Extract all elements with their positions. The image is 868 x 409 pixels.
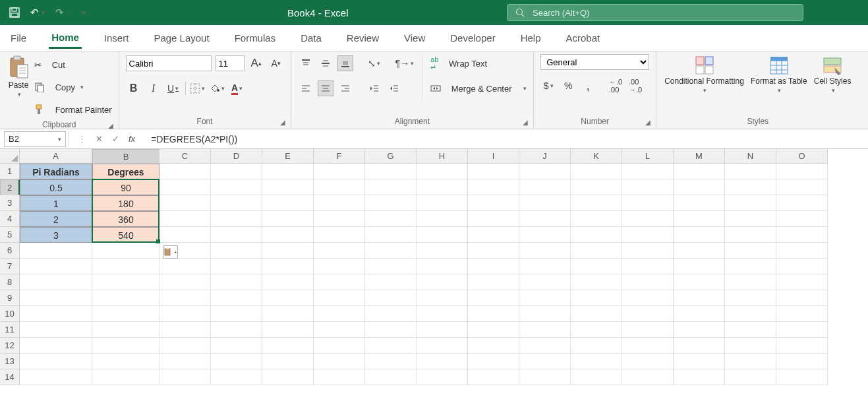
cell-F6[interactable]	[314, 243, 365, 259]
cell-A7[interactable]	[20, 259, 92, 274]
paste-options-button[interactable]: +	[163, 245, 178, 259]
cell-J14[interactable]	[519, 369, 571, 385]
cell-B2[interactable]: 90	[92, 179, 159, 195]
cell-K5[interactable]	[571, 227, 622, 243]
cell-J6[interactable]	[519, 243, 571, 259]
cell-H7[interactable]	[417, 259, 468, 274]
cell-M1[interactable]	[674, 164, 725, 179]
col-header-C[interactable]: C	[159, 149, 211, 164]
dialog-launcher-icon[interactable]: ◢	[108, 122, 113, 129]
align-bottom-button[interactable]	[337, 55, 353, 71]
cell-O8[interactable]	[776, 274, 828, 290]
cell-G14[interactable]	[365, 369, 417, 385]
cell-H1[interactable]	[417, 164, 468, 179]
cell-M12[interactable]	[674, 338, 725, 354]
cell-G12[interactable]	[365, 338, 417, 354]
cell-E4[interactable]	[262, 211, 314, 227]
cell-O6[interactable]	[776, 243, 828, 259]
cell-C5[interactable]	[159, 227, 211, 243]
cell-L8[interactable]	[622, 274, 674, 290]
cell-styles-button[interactable]: Cell Styles▾	[813, 54, 853, 95]
cell-L14[interactable]	[622, 369, 674, 385]
cell-F7[interactable]	[314, 259, 365, 274]
cell-D10[interactable]	[211, 306, 262, 322]
select-all-corner[interactable]	[0, 149, 20, 164]
cell-D7[interactable]	[211, 259, 262, 274]
format-painter-button[interactable]: Format Painter	[34, 100, 112, 119]
cell-O3[interactable]	[776, 195, 828, 211]
cut-button[interactable]: ✂ Cut	[34, 55, 112, 74]
cell-K12[interactable]	[571, 338, 622, 354]
cell-E13[interactable]	[262, 354, 314, 369]
tab-view[interactable]: View	[401, 28, 428, 47]
tab-review[interactable]: Review	[344, 28, 382, 47]
align-top-button[interactable]	[298, 55, 314, 71]
cell-C11[interactable]	[159, 322, 211, 338]
cell-M4[interactable]	[674, 211, 725, 227]
col-header-H[interactable]: H	[417, 149, 468, 164]
cell-N11[interactable]	[725, 322, 776, 338]
cell-H4[interactable]	[417, 211, 468, 227]
cell-M7[interactable]	[674, 259, 725, 274]
cell-A3[interactable]: 1	[20, 195, 92, 211]
col-header-L[interactable]: L	[622, 149, 674, 164]
font-color-button[interactable]: A▾	[229, 80, 245, 96]
cell-H3[interactable]	[417, 195, 468, 211]
decrease-decimal-button[interactable]: .00→.0	[627, 78, 643, 94]
undo-button[interactable]: ↶▾	[26, 4, 49, 21]
row-header-1[interactable]: 1	[0, 164, 20, 179]
cell-J8[interactable]	[519, 274, 571, 290]
row-header-8[interactable]: 8	[0, 274, 20, 290]
row-header-11[interactable]: 11	[0, 322, 20, 338]
cell-D5[interactable]	[211, 227, 262, 243]
cell-D8[interactable]	[211, 274, 262, 290]
cell-K1[interactable]	[571, 164, 622, 179]
cell-O13[interactable]	[776, 354, 828, 369]
cell-D12[interactable]	[211, 338, 262, 354]
cell-H11[interactable]	[417, 322, 468, 338]
col-header-M[interactable]: M	[674, 149, 725, 164]
cell-N13[interactable]	[725, 354, 776, 369]
cell-N4[interactable]	[725, 211, 776, 227]
cell-J11[interactable]	[519, 322, 571, 338]
cell-A2[interactable]: 0.5	[20, 179, 92, 195]
cell-C13[interactable]	[159, 354, 211, 369]
row-header-5[interactable]: 5	[0, 227, 20, 243]
cell-H2[interactable]	[417, 179, 468, 195]
cell-D3[interactable]	[211, 195, 262, 211]
tab-acrobat[interactable]: Acrobat	[564, 28, 603, 47]
cell-E5[interactable]	[262, 227, 314, 243]
cell-K6[interactable]	[571, 243, 622, 259]
cell-G9[interactable]	[365, 290, 417, 306]
cell-N5[interactable]	[725, 227, 776, 243]
cell-J10[interactable]	[519, 306, 571, 322]
cell-H14[interactable]	[417, 369, 468, 385]
cell-J9[interactable]	[519, 290, 571, 306]
cell-C8[interactable]	[159, 274, 211, 290]
cell-K8[interactable]	[571, 274, 622, 290]
cell-I6[interactable]	[468, 243, 519, 259]
dialog-launcher-icon[interactable]: ◢	[523, 119, 528, 126]
paste-button[interactable]: Paste ▾	[7, 54, 30, 99]
col-header-G[interactable]: G	[365, 149, 417, 164]
cell-F4[interactable]	[314, 211, 365, 227]
col-header-J[interactable]: J	[519, 149, 571, 164]
align-right-button[interactable]	[337, 80, 353, 96]
cell-J13[interactable]	[519, 354, 571, 369]
cell-K11[interactable]	[571, 322, 622, 338]
cell-H10[interactable]	[417, 306, 468, 322]
cell-B7[interactable]	[92, 259, 159, 274]
cell-L9[interactable]	[622, 290, 674, 306]
cell-C12[interactable]	[159, 338, 211, 354]
col-header-O[interactable]: O	[776, 149, 828, 164]
align-center-button[interactable]	[318, 80, 333, 96]
cell-O14[interactable]	[776, 369, 828, 385]
cell-N8[interactable]	[725, 274, 776, 290]
cell-B10[interactable]	[92, 306, 159, 322]
row-header-10[interactable]: 10	[0, 306, 20, 322]
cell-E8[interactable]	[262, 274, 314, 290]
redo-button[interactable]: ↷▾	[51, 4, 74, 21]
spreadsheet-grid[interactable]: ABCDEFGHIJKLMNO 1234567891011121314 Pi R…	[0, 149, 868, 385]
cell-M10[interactable]	[674, 306, 725, 322]
col-header-F[interactable]: F	[314, 149, 365, 164]
